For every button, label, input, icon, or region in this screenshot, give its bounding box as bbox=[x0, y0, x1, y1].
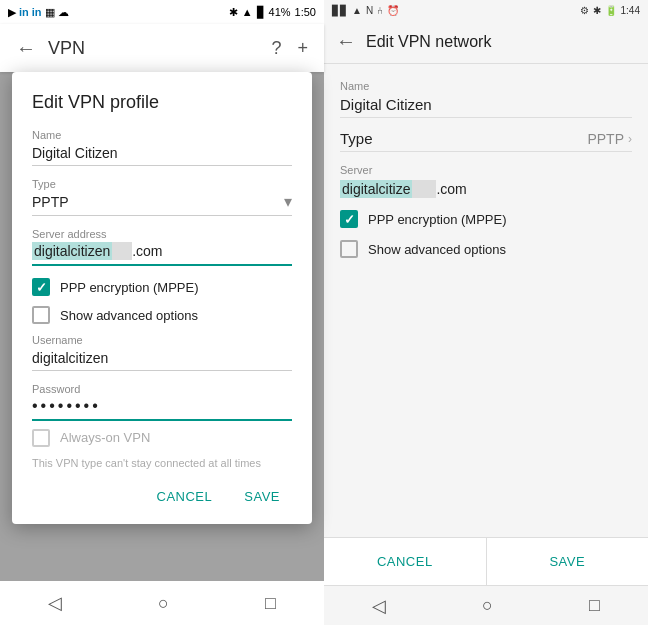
server-input-row[interactable]: digitalcitizen .com bbox=[32, 242, 292, 266]
advanced-checkbox[interactable] bbox=[32, 306, 50, 324]
username-input[interactable] bbox=[32, 348, 292, 371]
advanced-options-row[interactable]: Show advanced options bbox=[32, 306, 292, 324]
type-label-right: Type bbox=[340, 130, 373, 147]
advanced-label-right: Show advanced options bbox=[368, 242, 506, 257]
signal-right-icon: ▊▊ bbox=[332, 5, 348, 16]
status-icons-left: ▶ in in ▦ ☁ bbox=[8, 6, 69, 19]
cloud-icon: ☁ bbox=[58, 6, 69, 19]
alarm-icon: ⏰ bbox=[387, 5, 399, 16]
always-on-description: This VPN type can't stay connected at al… bbox=[32, 457, 292, 469]
type-label: Type bbox=[32, 178, 292, 190]
content-right: Name Digital Citizen Type PPTP › Server … bbox=[324, 64, 648, 537]
advanced-row-right[interactable]: Show advanced options bbox=[340, 240, 632, 258]
type-row[interactable]: PPTP ▾ bbox=[32, 192, 292, 216]
name-label-right: Name bbox=[340, 80, 632, 92]
ppp-label-right: PPP encryption (MPPE) bbox=[368, 212, 506, 227]
dialog-buttons: CANCEL SAVE bbox=[32, 477, 292, 512]
wifi-right-icon: ▲ bbox=[352, 5, 362, 16]
page-title-left: VPN bbox=[48, 38, 259, 59]
server-end-right: .com bbox=[436, 181, 466, 197]
server-label: Server address bbox=[32, 228, 292, 240]
recent-nav-icon[interactable]: □ bbox=[265, 593, 276, 614]
ppp-checkbox-right[interactable] bbox=[340, 210, 358, 228]
top-bar-right: ← Edit VPN network bbox=[324, 20, 648, 64]
battery-text: 41% bbox=[269, 6, 291, 18]
back-button-right[interactable]: ← bbox=[336, 30, 356, 53]
help-icon[interactable]: ? bbox=[271, 38, 281, 59]
always-on-label: Always-on VPN bbox=[60, 430, 150, 445]
type-value-row: PPTP › bbox=[587, 131, 632, 147]
server-highlight-right: digitalcitize bbox=[340, 180, 412, 198]
status-right-left: ✱ ▲ ▊ 41% 1:50 bbox=[229, 6, 316, 19]
time-left: 1:50 bbox=[295, 6, 316, 18]
bottom-buttons-right: CANCEL SAVE bbox=[324, 537, 648, 585]
bottom-nav-left: ◁ ○ □ bbox=[0, 581, 324, 625]
linkedin2-icon: in bbox=[32, 6, 42, 18]
chevron-right-icon: › bbox=[628, 132, 632, 146]
name-label: Name bbox=[32, 129, 292, 141]
server-label-right: Server bbox=[340, 164, 632, 176]
linkedin-icon: in bbox=[19, 6, 29, 18]
edit-vpn-dialog: Edit VPN profile Name Type PPTP ▾ Server… bbox=[12, 72, 312, 524]
cancel-button-left[interactable]: CANCEL bbox=[145, 481, 225, 512]
bottom-nav-right: ◁ ○ □ bbox=[324, 585, 648, 625]
nfc-icon: N bbox=[366, 5, 373, 16]
battery-right-icon: 🔋 bbox=[605, 5, 617, 16]
page-title-right: Edit VPN network bbox=[366, 33, 491, 51]
recent-nav-right-icon[interactable]: □ bbox=[589, 595, 600, 616]
usb-icon: ⑃ bbox=[377, 5, 383, 16]
name-value-right: Digital Citizen bbox=[340, 96, 632, 118]
time-right: 1:44 bbox=[621, 5, 640, 16]
password-dots: •••••••• bbox=[32, 397, 101, 414]
username-label: Username bbox=[32, 334, 292, 346]
left-panel: ▶ in in ▦ ☁ ✱ ▲ ▊ 41% 1:50 ← VPN ? + Edi… bbox=[0, 0, 324, 625]
status-right-right: ⚙ ✱ 🔋 1:44 bbox=[580, 5, 640, 16]
ppp-checkbox[interactable] bbox=[32, 278, 50, 296]
back-nav-icon[interactable]: ◁ bbox=[48, 592, 62, 614]
home-nav-icon[interactable]: ○ bbox=[158, 593, 169, 614]
ppp-label: PPP encryption (MPPE) bbox=[60, 280, 198, 295]
advanced-label: Show advanced options bbox=[60, 308, 198, 323]
advanced-checkbox-right[interactable] bbox=[340, 240, 358, 258]
type-row-right[interactable]: Type PPTP › bbox=[340, 130, 632, 152]
server-value-highlight: digitalcitizen bbox=[32, 242, 112, 260]
cancel-button-right[interactable]: CANCEL bbox=[324, 538, 487, 585]
wifi-icon: ▲ bbox=[242, 6, 253, 18]
dialog-title: Edit VPN profile bbox=[32, 92, 292, 113]
bluetooth-right-icon: ✱ bbox=[593, 5, 601, 16]
type-value: PPTP bbox=[32, 194, 69, 210]
always-on-row: Always-on VPN bbox=[32, 429, 292, 447]
settings-icon-right: ⚙ bbox=[580, 5, 589, 16]
save-button-left[interactable]: SAVE bbox=[232, 481, 292, 512]
status-icons-right: ▊▊ ▲ N ⑃ ⏰ bbox=[332, 5, 399, 16]
signal-icon: ▊ bbox=[257, 6, 265, 19]
server-redacted bbox=[112, 242, 132, 260]
status-bar-right: ▊▊ ▲ N ⑃ ⏰ ⚙ ✱ 🔋 1:44 bbox=[324, 0, 648, 20]
add-icon[interactable]: + bbox=[297, 38, 308, 59]
status-bar-left: ▶ in in ▦ ☁ ✱ ▲ ▊ 41% 1:50 bbox=[0, 0, 324, 24]
photo-icon: ▦ bbox=[45, 6, 55, 19]
password-label: Password bbox=[32, 383, 292, 395]
play-icon: ▶ bbox=[8, 6, 16, 19]
top-bar-left: ← VPN ? + bbox=[0, 24, 324, 72]
bluetooth-icon: ✱ bbox=[229, 6, 238, 19]
dropdown-arrow-icon: ▾ bbox=[284, 192, 292, 211]
always-on-checkbox bbox=[32, 429, 50, 447]
server-redacted-right bbox=[412, 180, 436, 198]
ppp-row-right[interactable]: PPP encryption (MPPE) bbox=[340, 210, 632, 228]
home-nav-right-icon[interactable]: ○ bbox=[482, 595, 493, 616]
name-input[interactable] bbox=[32, 143, 292, 166]
top-icons-right: ? + bbox=[271, 38, 308, 59]
save-button-right[interactable]: SAVE bbox=[487, 538, 649, 585]
type-value-right: PPTP bbox=[587, 131, 624, 147]
password-input-row[interactable]: •••••••• bbox=[32, 397, 292, 421]
server-row-right[interactable]: digitalcitize .com bbox=[340, 180, 632, 198]
back-nav-right-icon[interactable]: ◁ bbox=[372, 595, 386, 617]
back-button-left[interactable]: ← bbox=[16, 37, 36, 60]
server-value-end: .com bbox=[132, 243, 162, 259]
ppp-encryption-row[interactable]: PPP encryption (MPPE) bbox=[32, 278, 292, 296]
right-panel: ▊▊ ▲ N ⑃ ⏰ ⚙ ✱ 🔋 1:44 ← Edit VPN network… bbox=[324, 0, 648, 625]
